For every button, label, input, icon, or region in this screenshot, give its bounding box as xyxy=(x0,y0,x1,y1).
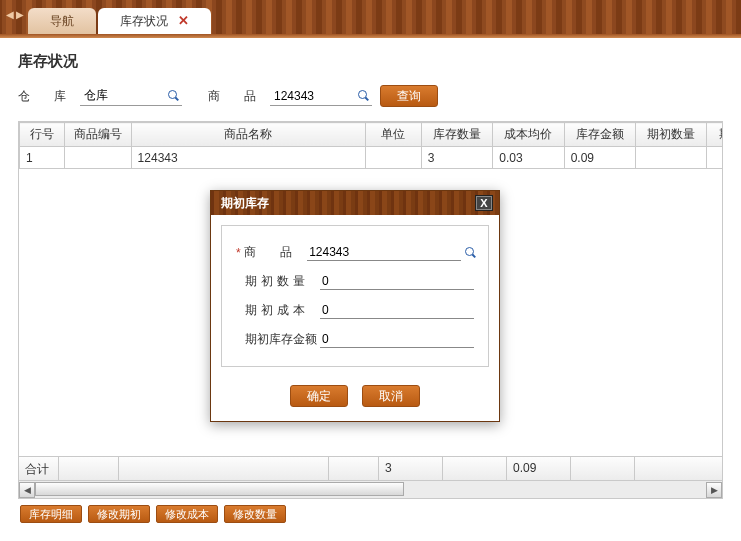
scroll-right-icon[interactable]: ▶ xyxy=(706,482,722,498)
col-code[interactable]: 商品编号 xyxy=(64,123,131,147)
cancel-button[interactable]: 取消 xyxy=(362,385,420,407)
edit-cost-button[interactable]: 修改成本 xyxy=(156,505,218,523)
required-mark: * xyxy=(236,246,241,260)
warehouse-lookup[interactable] xyxy=(80,86,182,106)
qty-field-label: 期初数量 xyxy=(245,273,320,290)
edit-initial-button[interactable]: 修改期初 xyxy=(88,505,150,523)
dialog-body: * 商 品 期初数量 期初成本 期初库存金额 xyxy=(221,225,489,367)
total-blank xyxy=(571,457,635,480)
grid-total-row: 合计 3 0.09 xyxy=(19,456,722,480)
initial-stock-dialog: 期初库存 X * 商 品 期初数量 期初成本 期初库存金额 确定 取消 xyxy=(210,190,500,422)
search-icon[interactable] xyxy=(465,247,474,259)
detail-button[interactable]: 库存明细 xyxy=(20,505,82,523)
product-input[interactable] xyxy=(274,89,354,103)
cell-code xyxy=(64,147,131,169)
warehouse-label: 仓 库 xyxy=(18,88,72,105)
tab-nav-arrows: ◀ ▶ xyxy=(6,0,28,34)
cost-field-input[interactable] xyxy=(320,302,474,319)
scroll-thumb[interactable] xyxy=(35,482,404,496)
search-icon[interactable] xyxy=(168,90,180,102)
dialog-title-text: 期初库存 xyxy=(221,195,269,212)
total-amt: 0.09 xyxy=(507,457,571,480)
page-title: 库存状况 xyxy=(18,52,723,71)
amt-field-label: 期初库存金额 xyxy=(245,331,320,348)
form-row-product: * 商 品 xyxy=(236,244,474,261)
total-blank xyxy=(59,457,119,480)
total-blank xyxy=(443,457,507,480)
col-unit[interactable]: 单位 xyxy=(366,123,422,147)
ok-button[interactable]: 确定 xyxy=(290,385,348,407)
total-qty: 3 xyxy=(379,457,443,480)
dialog-footer: 确定 取消 xyxy=(211,377,499,421)
amt-field-input[interactable] xyxy=(320,331,474,348)
scroll-left-icon[interactable]: ◀ xyxy=(19,482,35,498)
product-label: 商 品 xyxy=(208,88,262,105)
grid-table: 行号 商品编号 商品名称 单位 库存数量 成本均价 库存金额 期初数量 期初成本… xyxy=(19,122,723,169)
search-icon[interactable] xyxy=(358,90,370,102)
product-field-label: 商 品 xyxy=(244,244,307,261)
table-row[interactable]: 1 124343 3 0.03 0.09 xyxy=(20,147,724,169)
tab-next-icon[interactable]: ▶ xyxy=(16,9,24,20)
dialog-close-icon[interactable]: X xyxy=(475,195,493,211)
edit-qty-button[interactable]: 修改数量 xyxy=(224,505,286,523)
product-lookup[interactable] xyxy=(270,86,372,106)
bottom-button-bar: 库存明细 修改期初 修改成本 修改数量 xyxy=(18,499,723,523)
cell-name: 124343 xyxy=(131,147,365,169)
cell-qty: 3 xyxy=(421,147,492,169)
cell-unit xyxy=(366,147,422,169)
close-icon[interactable]: ✕ xyxy=(178,8,189,34)
col-rownum[interactable]: 行号 xyxy=(20,123,65,147)
cell-iqty xyxy=(636,147,707,169)
col-amt[interactable]: 库存金额 xyxy=(564,123,635,147)
col-iqty[interactable]: 期初数量 xyxy=(636,123,707,147)
cell-rownum: 1 xyxy=(20,147,65,169)
product-field-input[interactable] xyxy=(307,244,461,261)
form-row-cost: 期初成本 xyxy=(236,302,474,319)
col-qty[interactable]: 库存数量 xyxy=(421,123,492,147)
tab-nav[interactable]: 导航 xyxy=(28,8,96,34)
col-icost[interactable]: 期初成本 xyxy=(707,123,723,147)
col-cost[interactable]: 成本均价 xyxy=(493,123,564,147)
tab-strip: ◀ ▶ 导航 库存状况 ✕ xyxy=(0,0,741,34)
tab-prev-icon[interactable]: ◀ xyxy=(6,9,14,20)
scroll-track[interactable] xyxy=(35,482,706,498)
cell-icost xyxy=(707,147,723,169)
filter-row: 仓 库 商 品 查询 xyxy=(18,85,723,107)
dialog-titlebar[interactable]: 期初库存 X xyxy=(211,191,499,215)
grid-header-row: 行号 商品编号 商品名称 单位 库存数量 成本均价 库存金额 期初数量 期初成本 xyxy=(20,123,724,147)
total-blank xyxy=(635,457,722,480)
total-blank xyxy=(119,457,329,480)
tab-nav-label: 导航 xyxy=(50,8,74,34)
cell-cost: 0.03 xyxy=(493,147,564,169)
tab-inventory-label: 库存状况 xyxy=(120,8,168,34)
cell-amt: 0.09 xyxy=(564,147,635,169)
total-label: 合计 xyxy=(19,457,59,480)
form-row-qty: 期初数量 xyxy=(236,273,474,290)
form-row-amt: 期初库存金额 xyxy=(236,331,474,348)
total-blank xyxy=(329,457,379,480)
tab-inventory[interactable]: 库存状况 ✕ xyxy=(98,8,211,34)
col-name[interactable]: 商品名称 xyxy=(131,123,365,147)
warehouse-input[interactable] xyxy=(84,89,164,103)
cost-field-label: 期初成本 xyxy=(245,302,320,319)
query-button[interactable]: 查询 xyxy=(380,85,438,107)
horizontal-scrollbar[interactable]: ◀ ▶ xyxy=(19,480,722,498)
qty-field-input[interactable] xyxy=(320,273,474,290)
